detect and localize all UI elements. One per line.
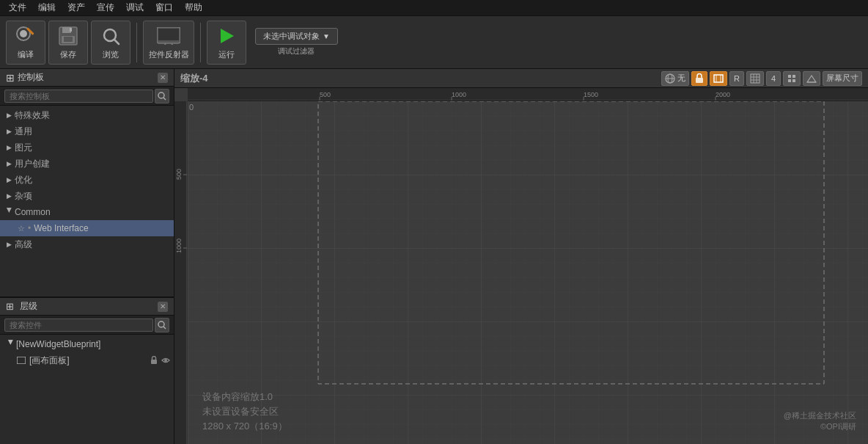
control-search-button[interactable] [155, 89, 169, 103]
tree-item-web-interface[interactable]: ☆ • Web Interface [0, 220, 174, 236]
eye-action[interactable] [161, 355, 171, 365]
aspect-button[interactable] [710, 71, 727, 86]
hierarchy-root-arrow: ▶ [6, 340, 15, 349]
svg-point-16 [158, 92, 164, 98]
reflect-label: 控件反射器 [149, 49, 189, 60]
svg-rect-35 [788, 75, 791, 78]
resolution-label: 1280 x 720（16:9） [202, 420, 287, 433]
svg-rect-21 [151, 360, 157, 364]
svg-rect-7 [70, 28, 72, 32]
category-advanced[interactable]: ▶ 高级 [0, 236, 174, 252]
debug-dropdown-icon: ▼ [323, 32, 330, 40]
mountain-button[interactable] [803, 71, 820, 86]
hierarchy-child-label: [画布面板] [29, 354, 70, 367]
hierarchy-root-item[interactable]: ▶ [NewWidgetBlueprint] [0, 336, 174, 352]
control-search-bar [0, 87, 174, 106]
category-user-created[interactable]: ▶ 用户创建 [0, 156, 174, 172]
toolbar-divider-2 [200, 23, 201, 62]
category-common[interactable]: ▶ Common [0, 204, 174, 220]
label-user-created: 用户创建 [15, 158, 50, 170]
svg-line-17 [163, 98, 166, 100]
hierarchy-search-bar [0, 316, 174, 335]
control-search-input[interactable] [4, 90, 153, 103]
control-panel-title-group: ⊞ 控制板 [6, 71, 44, 84]
label-general: 通用 [15, 125, 32, 138]
svg-rect-6 [64, 37, 73, 42]
compile-icon [14, 24, 37, 48]
category-optimize[interactable]: ▶ 优化 [0, 172, 174, 188]
arrow-advanced: ▶ [4, 240, 13, 249]
menu-promote[interactable]: 宣传 [91, 0, 120, 15]
menu-file[interactable]: 文件 [3, 0, 32, 15]
left-panel: ⊞ 控制板 ✕ ▶ 特殊效果 [0, 69, 174, 444]
canvas-zoom-label: 缩放-4 [180, 72, 208, 85]
browse-button[interactable]: 浏览 [91, 21, 130, 65]
run-label: 运行 [218, 49, 235, 60]
panel-grid-icon: ⊞ [6, 72, 15, 84]
canvas-grid[interactable]: 0 设备内容缩放1.0 未设置设备安全区 1280 x 720（16:9） @稀… [188, 101, 868, 444]
grid-icon [750, 73, 760, 84]
svg-rect-37 [788, 79, 791, 82]
hierarchy-close[interactable]: ✕ [158, 302, 168, 312]
hierarchy-title: 层级 [20, 300, 37, 313]
category-misc[interactable]: ▶ 杂项 [0, 188, 174, 204]
grid-button[interactable] [746, 71, 764, 86]
svg-rect-38 [792, 79, 795, 82]
compile-button[interactable]: 编译 [6, 21, 45, 65]
control-panel-header: ⊞ 控制板 ✕ [0, 69, 174, 87]
lock-yellow-button[interactable] [691, 71, 707, 86]
hierarchy-child-canvas[interactable]: [画布面板] [0, 352, 174, 368]
category-special-effects[interactable]: ▶ 特殊效果 [0, 107, 174, 123]
svg-line-9 [114, 40, 119, 44]
canvas-area[interactable]: 缩放-4 无 [174, 69, 868, 444]
star-icon: ☆ [18, 224, 25, 233]
globe-button[interactable]: 无 [661, 71, 689, 86]
hierarchy-search-button[interactable] [155, 318, 169, 332]
screen-size-button[interactable]: 屏幕尺寸 [823, 71, 862, 86]
debug-object-label: 未选中调试对象 [263, 31, 320, 42]
category-primitive[interactable]: ▶ 图元 [0, 139, 174, 156]
label-advanced: 高级 [15, 239, 32, 251]
label-misc: 杂项 [15, 190, 32, 203]
arrow-common: ▶ [4, 208, 13, 216]
menu-debug[interactable]: 调试 [120, 0, 150, 15]
canvas-top-bar: 缩放-4 无 [174, 69, 868, 88]
svg-point-22 [164, 359, 167, 362]
canvas-watermark: @稀土掘金技术社区 ©OPI调研 [784, 410, 856, 432]
svg-rect-26 [696, 78, 703, 83]
control-panel-close[interactable]: ✕ [158, 73, 168, 83]
debug-object-button[interactable]: 未选中调试对象 ▼ [255, 28, 338, 45]
svg-rect-36 [792, 75, 795, 78]
svg-point-1 [20, 30, 27, 37]
svg-marker-39 [807, 76, 816, 82]
r-button[interactable]: R [729, 71, 744, 86]
run-button[interactable]: 运行 [207, 21, 246, 65]
main-area: ⊞ 控制板 ✕ ▶ 特殊效果 [0, 69, 868, 444]
hierarchy-search-input[interactable] [4, 319, 153, 332]
dot-icon: • [28, 223, 31, 233]
browse-label: 浏览 [103, 49, 119, 60]
menu-window[interactable]: 窗口 [150, 0, 179, 15]
r-label: R [734, 74, 740, 83]
lock-action[interactable] [149, 355, 159, 365]
canvas-grid-svg [188, 101, 868, 444]
snap-button[interactable] [783, 71, 801, 86]
globe-label: 无 [677, 73, 685, 84]
menu-edit[interactable]: 编辑 [32, 0, 62, 15]
label-common: Common [15, 207, 51, 217]
menu-asset[interactable]: 资产 [62, 0, 91, 15]
svg-rect-20 [17, 357, 26, 364]
canvas-toolbar-right: 无 R [661, 71, 862, 86]
save-button[interactable]: 保存 [48, 21, 88, 65]
safe-zone-label: 未设置设备安全区 [202, 405, 279, 418]
arrow-optimize: ▶ [4, 175, 13, 184]
arrow-user-created: ▶ [4, 159, 13, 168]
category-general[interactable]: ▶ 通用 [0, 123, 174, 139]
menu-help[interactable]: 帮助 [179, 0, 208, 15]
debug-filter-label: 调试过滤器 [278, 46, 315, 57]
svg-text:1000: 1000 [452, 91, 466, 98]
reflect-button[interactable]: 控件反射器 [143, 21, 194, 65]
toolbar-divider-1 [136, 23, 137, 62]
canvas-panel-icon [16, 355, 26, 365]
num-button[interactable]: 4 [766, 71, 781, 86]
